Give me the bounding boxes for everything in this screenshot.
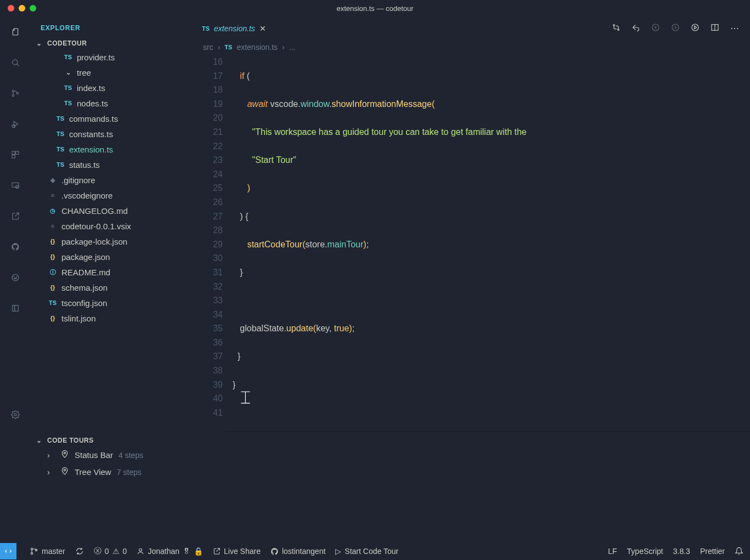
go-back-icon[interactable] xyxy=(631,23,640,34)
play-icon: ▷ xyxy=(335,547,341,556)
explorer-icon[interactable] xyxy=(8,24,23,39)
tab-filename: extension.ts xyxy=(214,24,255,33)
minimize-window-button[interactable] xyxy=(19,5,25,12)
file-item[interactable]: {}package-lock.json xyxy=(31,234,194,249)
file-item[interactable]: TSnodes.ts xyxy=(31,95,194,111)
chevron-down-icon: ⌄ xyxy=(36,39,44,47)
sync-status[interactable] xyxy=(75,547,84,556)
file-item[interactable]: ◈.gitignore xyxy=(31,172,194,188)
svg-rect-5 xyxy=(12,151,15,154)
file-item[interactable]: TSextension.ts xyxy=(31,142,194,157)
file-item[interactable]: TSprovider.ts xyxy=(31,49,194,65)
debug-icon[interactable] xyxy=(8,116,23,132)
codetours-section[interactable]: ⌄ CODE TOURS xyxy=(31,434,225,446)
tour-item[interactable]: ›Status Bar 4 steps xyxy=(31,446,225,463)
chevron-down-icon: ⌄ xyxy=(36,437,44,444)
extensions-icon[interactable] xyxy=(8,147,23,162)
zoom-window-button[interactable] xyxy=(30,5,36,12)
project-section[interactable]: ⌄ CODETOUR xyxy=(31,37,194,49)
search-icon[interactable] xyxy=(8,55,23,70)
file-icon: TS xyxy=(56,131,65,137)
titlebar: extension.ts — codetour xyxy=(0,0,750,16)
chevron-right-icon: › xyxy=(218,43,221,52)
codetour-nav-icon[interactable] xyxy=(8,301,23,316)
file-item[interactable]: {}schema.json xyxy=(31,280,194,295)
file-name: .vscodeignore xyxy=(61,191,112,200)
file-icon: TS xyxy=(48,299,57,306)
file-name: CHANGELOG.md xyxy=(61,206,128,216)
tour-name: Status Bar xyxy=(75,450,113,460)
split-editor-icon[interactable] xyxy=(710,23,719,34)
chevron-right-icon: › xyxy=(47,450,55,460)
remote-icon[interactable] xyxy=(8,178,23,193)
file-item[interactable]: TStsconfig.json xyxy=(31,295,194,310)
svg-point-10 xyxy=(12,274,19,281)
folder-item[interactable]: ⌄tree xyxy=(31,65,194,80)
typescript-icon: TS xyxy=(202,25,210,32)
svg-point-15 xyxy=(618,29,619,31)
liveshare-user-status[interactable]: Jonathan 🎖 🔒 xyxy=(137,547,203,556)
run-icon[interactable] xyxy=(691,23,700,34)
prev-change-icon[interactable] xyxy=(651,23,660,34)
file-item[interactable]: {}package.json xyxy=(31,249,194,264)
file-icon: ⓘ xyxy=(48,268,57,276)
remote-status-button[interactable] xyxy=(0,543,16,559)
breadcrumb-rest[interactable]: ... xyxy=(289,43,296,52)
file-name: .gitignore xyxy=(61,176,95,185)
tab-extension-ts[interactable]: TS extension.ts ✕ xyxy=(194,16,274,41)
file-icon: ≡ xyxy=(48,223,57,229)
file-icon: TS xyxy=(64,54,72,60)
next-change-icon[interactable] xyxy=(671,23,680,34)
file-item[interactable]: TSstatus.ts xyxy=(31,157,194,172)
start-codetour-status[interactable]: ▷ Start Code Tour xyxy=(335,547,398,556)
chevron-right-icon: › xyxy=(47,467,55,477)
liveshare-status[interactable]: Live Share xyxy=(213,547,261,556)
more-actions-icon[interactable]: ⋯ xyxy=(730,23,739,34)
file-icon: {} xyxy=(48,238,57,245)
tour-item[interactable]: ›Tree View 7 steps xyxy=(31,463,225,480)
problems-status[interactable]: ⓧ0 ⚠0 xyxy=(94,546,127,556)
language-status[interactable]: TypeScript xyxy=(627,547,663,556)
liveshare-nav-icon[interactable] xyxy=(8,208,23,224)
code-editor[interactable]: 1617181920212223242526272829303132333435… xyxy=(194,55,750,431)
tour-steps: 4 steps xyxy=(119,451,143,460)
close-window-button[interactable] xyxy=(8,5,14,12)
svg-rect-8 xyxy=(12,183,19,187)
codetours-panel-row: ⌄ CODE TOURS ›Status Bar 4 steps›Tree Vi… xyxy=(0,431,750,543)
github-nav-icon[interactable] xyxy=(8,239,23,254)
file-item[interactable]: TSindex.ts xyxy=(31,80,194,95)
svg-point-14 xyxy=(613,25,615,26)
file-item[interactable]: {}tslint.json xyxy=(31,310,194,326)
file-item[interactable]: ≡.vscodeignore xyxy=(31,188,194,203)
svg-rect-11 xyxy=(13,306,15,312)
lock-icon: 🔒 xyxy=(194,547,203,556)
file-item[interactable]: ≡codetour-0.0.1.vsix xyxy=(31,218,194,234)
source-control-icon[interactable] xyxy=(8,86,23,101)
file-icon: ◷ xyxy=(48,207,57,214)
file-item[interactable]: TSconstants.ts xyxy=(31,126,194,142)
breadcrumb[interactable]: src › TS extension.ts › ... xyxy=(194,41,750,55)
breadcrumb-src[interactable]: src xyxy=(203,43,213,52)
close-tab-icon[interactable]: ✕ xyxy=(260,24,266,33)
compare-changes-icon[interactable] xyxy=(612,23,621,34)
gistpad-icon[interactable] xyxy=(8,270,23,285)
file-item[interactable]: ◷CHANGELOG.md xyxy=(31,203,194,218)
file-item[interactable]: TScommands.ts xyxy=(31,111,194,126)
file-icon: ≡ xyxy=(48,192,57,199)
file-item[interactable]: ⓘREADME.md xyxy=(31,264,194,280)
project-name: CODETOUR xyxy=(47,39,87,47)
file-icon: TS xyxy=(56,146,65,152)
prettier-status[interactable]: Prettier xyxy=(700,547,725,556)
ts-version-status[interactable]: 3.8.3 xyxy=(673,547,690,556)
feedback-icon[interactable] xyxy=(735,547,743,556)
settings-icon[interactable] xyxy=(8,407,23,422)
git-branch-status[interactable]: master xyxy=(30,547,65,556)
file-name: package.json xyxy=(61,252,110,262)
breadcrumb-file[interactable]: extension.ts xyxy=(236,43,278,52)
eol-status[interactable]: LF xyxy=(608,547,617,556)
github-status[interactable]: lostintangent xyxy=(270,547,325,556)
file-icon: TS xyxy=(64,84,72,91)
tour-name: Tree View xyxy=(75,467,111,477)
file-icon: {} xyxy=(48,253,57,260)
text-cursor-icon: ⌶ xyxy=(241,385,250,410)
